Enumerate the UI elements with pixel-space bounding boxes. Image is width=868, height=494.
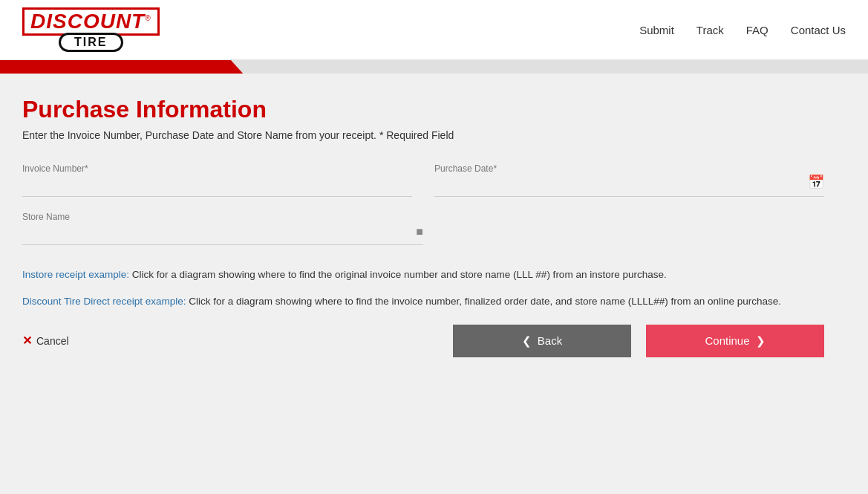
main-nav: Submit Track FAQ Contact Us <box>639 24 846 36</box>
store-icon: ■ <box>416 225 423 238</box>
invoice-number-group: Invoice Number* <box>22 163 412 197</box>
cancel-button[interactable]: ✕ Cancel <box>22 334 69 348</box>
back-button[interactable]: ❮ Back <box>453 325 631 357</box>
page-subtitle: Enter the Invoice Number, Purchase Date … <box>22 129 824 141</box>
back-label: Back <box>538 334 562 347</box>
instore-help-body: Click for a diagram showing where to fin… <box>129 269 667 280</box>
logo-discount: DISCOUNT® <box>22 7 160 36</box>
logo-tire: TIRE <box>59 33 123 52</box>
invoice-number-input[interactable] <box>22 177 412 192</box>
header: DISCOUNT® TIRE Submit Track FAQ Contact … <box>0 0 868 60</box>
store-name-input[interactable] <box>22 225 423 241</box>
nav-submit[interactable]: Submit <box>639 24 674 36</box>
continue-chevron-icon: ❯ <box>756 334 766 348</box>
store-name-group: Store Name ■ <box>22 212 423 245</box>
dtd-help-link[interactable]: Discount Tire Direct receipt example: <box>22 296 186 307</box>
page-title: Purchase Information <box>22 96 824 123</box>
nav-track[interactable]: Track <box>696 24 724 36</box>
store-name-label: Store Name <box>22 212 423 222</box>
instore-help: Instore receipt example: Click for a dia… <box>22 267 824 282</box>
form-row-2: Store Name ■ <box>22 212 824 245</box>
main-content: Purchase Information Enter the Invoice N… <box>0 74 846 372</box>
dtd-help-body: Click for a diagram showing where to fin… <box>186 296 781 307</box>
continue-button[interactable]: Continue ❯ <box>646 325 824 357</box>
invoice-number-label: Invoice Number* <box>22 163 412 174</box>
purchase-date-label: Purchase Date* <box>434 163 824 174</box>
cancel-icon: ✕ <box>22 334 32 348</box>
progress-bar-area <box>0 60 868 74</box>
continue-label: Continue <box>705 334 749 347</box>
back-chevron-icon: ❮ <box>522 334 532 348</box>
cancel-label: Cancel <box>36 335 69 347</box>
calendar-icon[interactable]: 📅 <box>808 174 824 190</box>
dtd-help: Discount Tire Direct receipt example: Cl… <box>22 294 824 309</box>
buttons-row: ✕ Cancel ❮ Back Continue ❯ <box>22 325 824 357</box>
logo: DISCOUNT® TIRE <box>22 7 160 52</box>
purchase-date-input[interactable] <box>434 177 824 192</box>
nav-contact[interactable]: Contact Us <box>791 24 846 36</box>
instore-help-link[interactable]: Instore receipt example: <box>22 269 129 280</box>
form-row-1: Invoice Number* Purchase Date* 📅 <box>22 163 824 197</box>
purchase-date-group: Purchase Date* 📅 <box>434 163 824 197</box>
nav-faq[interactable]: FAQ <box>746 24 769 36</box>
progress-bar-fill <box>0 60 243 74</box>
